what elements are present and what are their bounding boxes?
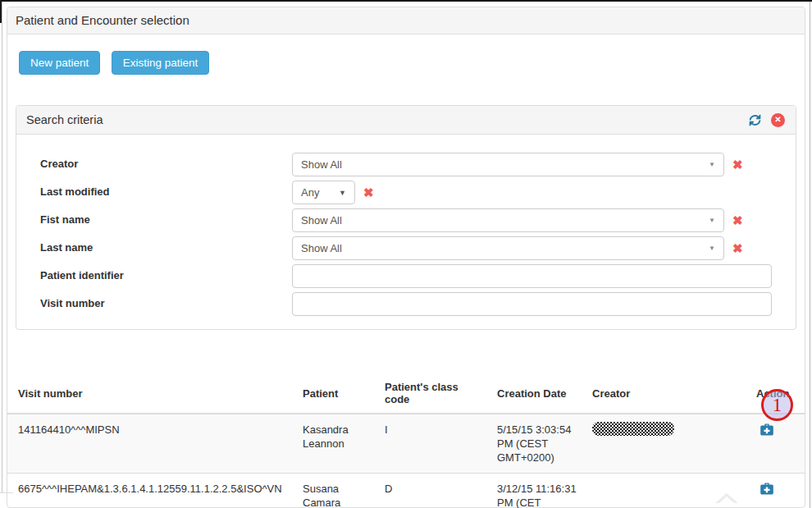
table-row: 141164410^^^MIPSN Kasandra Leannon I 5/1… [7, 414, 805, 474]
search-criteria-header: Search criteria ✕ [16, 106, 796, 135]
last-modified-select-value: Any [301, 186, 319, 199]
form-row-last-name: Last name Show All ▼ ✖ [16, 236, 796, 260]
cell-patient: Susana Camara [296, 474, 378, 508]
redacted-creator [592, 422, 674, 436]
search-criteria-panel: Search criteria ✕ Creator [16, 105, 796, 330]
clear-first-name-icon[interactable]: ✖ [732, 208, 743, 232]
annotation-number: 1 [773, 395, 782, 416]
screenshot-left-edge [2, 2, 2, 492]
existing-patient-button[interactable]: Existing patient [112, 51, 210, 75]
col-header-creation-date: Creation Date [490, 376, 586, 414]
screenshot-right-edge [810, 2, 810, 508]
col-header-patient: Patient [296, 376, 378, 414]
close-search-icon[interactable]: ✕ [771, 113, 785, 127]
medkit-icon [760, 482, 774, 496]
visit-number-input[interactable] [292, 292, 772, 316]
patient-identifier-input[interactable] [292, 264, 772, 288]
col-header-creator: Creator [586, 376, 750, 414]
clear-last-modified-icon[interactable]: ✖ [363, 181, 374, 204]
chevron-down-icon: ▼ [709, 245, 715, 252]
screen: Patient and Encounter selection New pati… [0, 0, 812, 508]
first-name-select[interactable]: Show All ▼ [292, 208, 724, 232]
cell-visit-number: 6675^^^IHEPAM&1.3.6.1.4.1.12559.11.1.2.2… [7, 474, 296, 508]
last-modified-select[interactable]: Any ▼ [292, 181, 355, 204]
select-encounter-button[interactable] [756, 423, 774, 439]
main-body: New patient Existing patient Search crit… [7, 34, 805, 508]
creator-select-value: Show All [301, 158, 342, 171]
last-name-select[interactable]: Show All ▼ [292, 236, 724, 260]
new-patient-button[interactable]: New patient [19, 51, 100, 75]
encounters-table: Visit number Patient Patient's class cod… [7, 376, 805, 508]
cell-class-code: I [378, 414, 490, 474]
form-row-visit-number: Visit number [16, 292, 796, 316]
cell-creation-date: 5/15/15 3:03:54 PM (CEST GMT+0200) [490, 414, 586, 474]
clear-last-name-icon[interactable]: ✖ [732, 236, 743, 260]
form-row-creator: Creator Show All ▼ ✖ [16, 153, 796, 176]
last-modified-label: Last modified [16, 181, 292, 198]
patient-identifier-label: Patient identifier [16, 264, 292, 281]
last-name-label: Last name [16, 236, 292, 254]
last-name-select-value: Show All [301, 242, 342, 254]
col-header-class-code: Patient's class code [378, 376, 490, 414]
chevron-down-icon: ▼ [339, 189, 346, 197]
search-criteria-body: Creator Show All ▼ ✖ Last modified [16, 135, 796, 329]
form-row-first-name: Fist name Show All ▼ ✖ [16, 208, 796, 232]
form-row-last-modified: Last modified Any ▼ ✖ [16, 181, 796, 204]
search-header-icons: ✕ [748, 113, 785, 127]
select-encounter-button[interactable] [756, 482, 774, 498]
visit-number-label: Visit number [16, 292, 292, 309]
medkit-icon [760, 423, 774, 437]
cell-action [750, 414, 805, 474]
cell-creation-date: 3/12/15 11:16:31 PM (CET GMT+0100) [490, 474, 586, 508]
refresh-icon[interactable] [748, 113, 762, 127]
first-name-select-value: Show All [301, 214, 342, 227]
cell-class-code: D [378, 474, 490, 508]
screenshot-top-edge [0, 0, 812, 2]
main-panel: Patient and Encounter selection New pati… [7, 7, 805, 508]
cell-patient: Kasandra Leannon [296, 414, 378, 474]
form-row-patient-identifier: Patient identifier [16, 264, 796, 288]
patient-buttons-row: New patient Existing patient [19, 51, 805, 75]
cell-creator [586, 414, 750, 474]
chevron-down-icon: ▼ [709, 161, 715, 168]
page-title: Patient and Encounter selection [7, 7, 805, 34]
table-header-row: Visit number Patient Patient's class cod… [7, 376, 805, 414]
cell-visit-number: 141164410^^^MIPSN [7, 414, 296, 474]
search-criteria-title: Search criteria [26, 113, 103, 126]
clear-creator-icon[interactable]: ✖ [732, 153, 743, 176]
table-row: 6675^^^IHEPAM&1.3.6.1.4.1.12559.11.1.2.2… [7, 474, 805, 508]
col-header-visit-number: Visit number [7, 376, 296, 414]
annotation-callout-1: 1 [761, 389, 793, 421]
creator-label: Creator [16, 153, 292, 170]
creator-select[interactable]: Show All ▼ [292, 153, 724, 176]
first-name-label: Fist name [16, 208, 292, 226]
torn-edge-decoration [715, 493, 738, 503]
close-x-glyph: ✕ [774, 116, 781, 124]
chevron-down-icon: ▼ [709, 217, 715, 224]
screenshot-bottom-edge [0, 492, 13, 493]
cell-action [750, 474, 805, 508]
